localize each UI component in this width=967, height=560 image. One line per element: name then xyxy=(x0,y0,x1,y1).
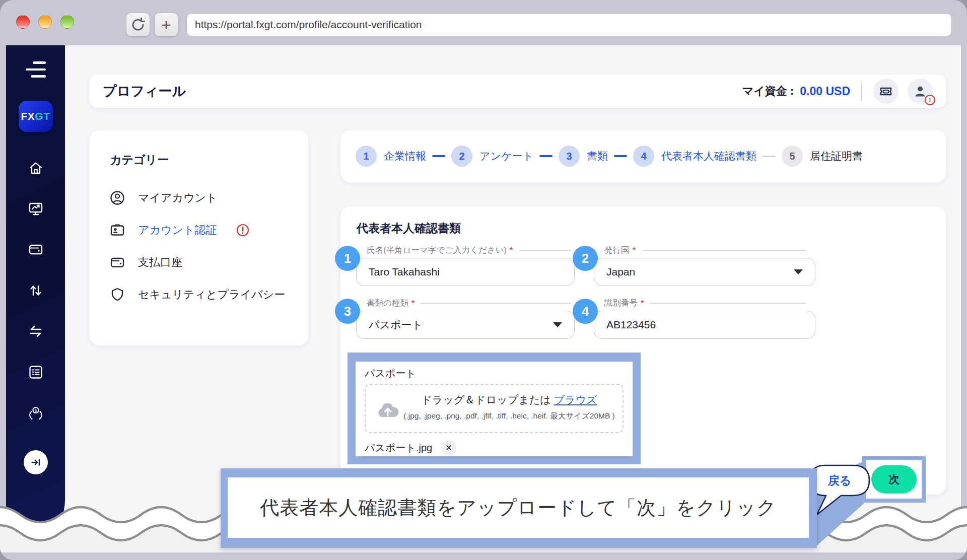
id-card-icon xyxy=(110,223,125,238)
step-connector xyxy=(539,155,552,158)
alert-icon xyxy=(236,224,249,237)
sidebar-item-account-verification[interactable]: アカウント認証 xyxy=(110,222,288,238)
step-questionnaire[interactable]: 2 アンケート xyxy=(451,146,533,167)
sidebar-item-security-privacy[interactable]: セキュリティとプライバシー xyxy=(110,287,288,303)
chevron-down-icon xyxy=(553,322,562,327)
funds-value: 0.00 USD xyxy=(800,85,850,98)
dropzone-text: ドラッグ＆ドロップまたは ブラウズ xyxy=(396,393,623,407)
wallet-icon[interactable] xyxy=(28,242,44,258)
browser-chrome: + https://portal.fxgt.com/profile/accoun… xyxy=(0,0,967,45)
url-bar[interactable]: https://portal.fxgt.com/profile/account-… xyxy=(186,13,952,36)
page-header: プロフィール マイ資金 : 0.00 USD ! xyxy=(90,75,946,108)
tutorial-badge-1: 1 xyxy=(335,246,360,271)
name-input[interactable]: Taro Takahashi xyxy=(356,258,575,286)
wallet-icon xyxy=(110,255,125,270)
field-label-issuing-country: 発行国* xyxy=(604,245,806,256)
category-label: 支払口座 xyxy=(138,255,182,270)
category-label: マイアカウント xyxy=(138,190,218,205)
step-company-info[interactable]: 1 企業情報 xyxy=(356,146,426,167)
step-connector xyxy=(763,156,776,157)
representative-id-form: 代表者本人確認書類 1 氏名(半角ローマ字でご入力ください)* Taro Tak… xyxy=(340,206,946,495)
sidebar: FXGT xyxy=(6,45,65,552)
tutorial-badge-4: 4 xyxy=(573,299,598,324)
step-connector xyxy=(614,155,627,158)
upload-highlight-frame: パスポート ドラッグ＆ドロップまたは ブラウズ (.jpg, .jpeg, .p… xyxy=(348,353,641,464)
chevron-down-icon xyxy=(794,269,803,274)
back-button[interactable]: 戻る xyxy=(827,474,852,487)
verification-stepper: 1 企業情報 2 アンケート 3 書類 4 代表者本人確認書類 5 居住証明書 xyxy=(340,130,946,182)
document-type-select[interactable]: パスポート xyxy=(356,311,575,339)
issuing-country-select[interactable]: Japan xyxy=(594,258,815,286)
step-connector xyxy=(432,155,445,158)
logout-icon xyxy=(28,455,43,470)
logout-button[interactable] xyxy=(24,450,48,474)
tutorial-tooltip-text: 代表者本人確認書類をアップロードして「次」をクリック xyxy=(228,477,809,538)
upload-section: パスポート ドラッグ＆ドロップまたは ブラウズ (.jpg, .jpeg, .p… xyxy=(356,362,633,456)
promo-ticket-button[interactable] xyxy=(873,79,899,104)
header-divider xyxy=(861,81,862,101)
upload-label: パスポート xyxy=(365,367,416,380)
id-number-input[interactable]: AB123456 xyxy=(594,311,815,339)
sidebar-item-payment-accounts[interactable]: 支払口座 xyxy=(110,254,288,270)
step-proof-of-residence[interactable]: 5 居住証明書 xyxy=(782,146,863,167)
browser-window: + https://portal.fxgt.com/profile/accoun… xyxy=(0,0,967,560)
deposit-withdraw-arrows-icon[interactable] xyxy=(28,283,44,299)
page-title: プロフィール xyxy=(103,82,186,100)
funds-label: マイ資金 : xyxy=(742,84,794,99)
form-title: 代表者本人確認書類 xyxy=(357,221,461,236)
user-circle-icon xyxy=(110,190,125,205)
reload-icon xyxy=(130,17,146,32)
minimize-window-button[interactable] xyxy=(38,15,52,29)
uploaded-file-row: パスポート.jpg ✕ xyxy=(365,440,456,455)
field-label-name: 氏名(半角ローマ字でご入力ください)* xyxy=(367,245,571,256)
header-right: マイ資金 : 0.00 USD ! xyxy=(742,79,933,104)
zoom-window-button[interactable] xyxy=(60,15,74,29)
categories-title: カテゴリー xyxy=(110,152,288,168)
avatar-icon xyxy=(913,84,927,98)
categories-card: カテゴリー マイアカウント アカウント認証 xyxy=(90,130,308,345)
category-label: アカウント認証 xyxy=(138,223,217,238)
tutorial-tooltip: 代表者本人確認書類をアップロードして「次」をクリック xyxy=(221,468,817,548)
hamburger-menu-icon[interactable] xyxy=(26,61,46,78)
home-icon[interactable] xyxy=(28,160,44,176)
uploaded-file-name: パスポート.jpg xyxy=(365,441,432,455)
plus-icon: + xyxy=(161,16,171,33)
sidebar-nav: $ xyxy=(28,160,44,421)
url-text: https://portal.fxgt.com/profile/account-… xyxy=(195,19,422,31)
dropzone-formats: (.jpg, .jpeg, .png, .pdf, .jfif, .tiff, … xyxy=(396,411,623,422)
trading-monitor-icon[interactable] xyxy=(28,201,44,217)
transfer-swap-icon[interactable] xyxy=(28,323,44,339)
remove-file-button[interactable]: ✕ xyxy=(441,440,456,455)
field-label-id-number: 識別番号* xyxy=(604,298,806,309)
sidebar-item-my-account[interactable]: マイアカウント xyxy=(110,190,288,206)
close-window-button[interactable] xyxy=(16,15,30,29)
ticket-icon xyxy=(879,84,893,98)
tutorial-badge-2: 2 xyxy=(573,246,598,271)
new-tab-button[interactable]: + xyxy=(154,13,178,37)
fxgt-logo[interactable]: FXGT xyxy=(19,101,53,132)
svg-text:$: $ xyxy=(34,408,37,413)
history-list-icon[interactable] xyxy=(28,364,44,380)
rewards-hands-dollar-icon[interactable]: $ xyxy=(28,405,44,421)
step-documents[interactable]: 3 書類 xyxy=(559,146,608,167)
tutorial-badge-3: 3 xyxy=(335,299,360,324)
reload-button[interactable] xyxy=(126,13,150,37)
browse-link[interactable]: ブラウズ xyxy=(554,394,597,405)
shield-icon xyxy=(110,287,125,302)
field-label-document-type: 書類の種類* xyxy=(367,298,571,309)
avatar-alert-badge: ! xyxy=(925,95,935,105)
profile-avatar-button[interactable]: ! xyxy=(908,79,933,104)
category-label: セキュリティとプライバシー xyxy=(138,287,285,302)
step-representative-id[interactable]: 4 代表者本人確認書類 xyxy=(633,146,756,167)
file-dropzone[interactable]: ドラッグ＆ドロップまたは ブラウズ (.jpg, .jpeg, .png, .p… xyxy=(365,384,624,433)
